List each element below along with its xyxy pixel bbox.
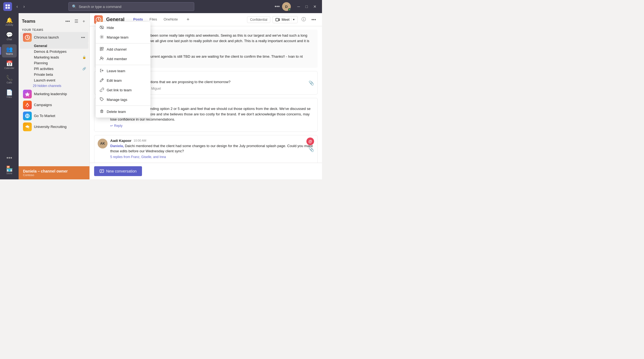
ctx-item-get-link[interactable]: Get link to team — [96, 85, 150, 95]
hidden-channels-link[interactable]: 29 hidden channels — [19, 83, 89, 89]
team-name-gotomkt: Go To Market — [34, 114, 78, 118]
svg-point-15 — [101, 36, 103, 38]
more-icon: ••• — [6, 155, 12, 160]
sidebar-item-calls[interactable]: 📞 Calls — [2, 73, 17, 86]
header-more-button[interactable]: ••• — [310, 16, 318, 23]
sidebar-store-label: Store — [6, 172, 12, 175]
teams-panel: Teams ••• ☰ + Your teams Chronus launch … — [19, 13, 90, 179]
channel-item-general[interactable]: General — [20, 43, 88, 49]
search-bar[interactable]: 🔍 Search or type a command — [68, 2, 194, 11]
more-options-button[interactable]: ••• — [275, 4, 280, 10]
ctx-manage-tags-label: Manage tags — [107, 98, 127, 102]
confidential-badge[interactable]: Confidential — [247, 16, 270, 23]
team-name-campaigns: Campaigns — [34, 103, 78, 107]
team-item-chronus[interactable]: Chronus launch ••• — [20, 32, 88, 43]
bottom-bar: Daniela – channel owner Contoso — [19, 166, 89, 179]
channel-name: Planning — [34, 61, 86, 65]
sidebar-item-more[interactable]: ••• — [2, 153, 17, 163]
tags-icon — [100, 97, 104, 102]
gear-icon — [100, 35, 104, 40]
sidebar-item-label: Activity — [5, 24, 13, 27]
teams-filter-button[interactable]: ☰ — [73, 17, 79, 25]
app-logo — [3, 2, 12, 11]
channel-item-private-beta[interactable]: Private beta — [20, 72, 88, 77]
user-avatar[interactable]: D — [282, 2, 291, 11]
channel-name: Demos & Prototypes — [34, 49, 86, 54]
context-menu: Hide Manage team Add channel Add member — [96, 22, 150, 118]
channel-item-pr[interactable]: PR activities 🔗 — [20, 66, 88, 72]
maximize-button[interactable]: □ — [303, 3, 310, 10]
team-icon-campaigns — [23, 101, 32, 109]
close-button[interactable]: ✕ — [311, 3, 319, 10]
meet-button-label: Meet — [282, 17, 289, 22]
svg-point-26 — [101, 98, 101, 99]
sidebar-item-calendar[interactable]: 📅 Calender — [2, 59, 17, 72]
ctx-item-manage-team[interactable]: Manage team — [96, 33, 150, 42]
team-item-marketing[interactable]: Marketing leadership ••• — [20, 89, 88, 100]
team-name-chronus: Chronus launch — [34, 35, 78, 40]
channel-name: Launch event — [34, 78, 86, 82]
store-icon: 🏪 — [6, 166, 13, 171]
sidebar-item-teams[interactable]: 👥 Teams — [2, 44, 17, 58]
channel-item-launch-event[interactable]: Launch event — [20, 77, 88, 83]
message-author-aadi: Aadi Kapoor — [110, 139, 131, 143]
info-button[interactable]: ⓘ — [300, 16, 308, 24]
share-icon: 🔗 — [82, 67, 86, 71]
ctx-item-delete-team[interactable]: Delete team — [96, 107, 150, 116]
window-controls: ─ □ ✕ — [295, 3, 319, 10]
search-placeholder: Search or type a command — [79, 5, 121, 9]
sidebar-item-store[interactable]: 🏪 Store — [2, 164, 17, 177]
teams-add-button[interactable]: + — [82, 18, 86, 25]
forward-button[interactable]: › — [21, 3, 27, 10]
topbar-right: ••• D ─ □ ✕ — [275, 2, 319, 11]
ctx-item-leave-team[interactable]: Leave team — [96, 66, 150, 76]
teams-more-button[interactable]: ••• — [64, 18, 71, 25]
reply-button-3[interactable]: ↩ Reply — [110, 123, 123, 128]
svg-marker-7 — [25, 92, 30, 97]
ctx-divider-2 — [96, 65, 150, 65]
ctx-item-manage-tags[interactable]: Manage tags — [96, 95, 150, 104]
team-item-univ[interactable]: University Recruiting ••• — [20, 121, 88, 132]
tab-onenote[interactable]: OneNote — [160, 15, 181, 24]
sidebar-item-chat[interactable]: 💬 Chat — [2, 30, 17, 43]
message-content-aadi: Aadi Kapoor 10:00 AM @ Daniela, Daichi m… — [110, 139, 314, 160]
meet-button[interactable]: Meet ▾ — [272, 16, 298, 23]
channel-owner-bar[interactable]: Daniela – channel owner Contoso — [19, 166, 89, 179]
attachment-icon: 📎 — [309, 80, 314, 85]
message-wrapper-4: AK Aadi Kapoor 10:00 AM @ Daniela, Daich… — [94, 135, 318, 163]
sidebar-item-activity[interactable]: 🔔 Activity — [2, 15, 17, 29]
minimize-button[interactable]: ─ — [295, 3, 302, 10]
calls-icon: 📞 — [6, 75, 13, 81]
hide-icon — [100, 25, 104, 30]
attachment-icon-2: 📎 — [309, 147, 314, 152]
back-button[interactable]: ‹ — [14, 3, 20, 10]
team-more-button-chronus[interactable]: ••• — [80, 35, 86, 40]
files-icon: 📄 — [6, 90, 13, 95]
new-conversation-button[interactable]: New conversation — [94, 166, 142, 176]
teams-panel-header: Teams ••• ☰ + — [19, 13, 89, 27]
channel-item-planning[interactable]: Planning — [20, 60, 88, 66]
sidebar-item-files[interactable]: 📄 Files — [2, 87, 17, 101]
team-icon-marketing — [23, 90, 32, 98]
channel-owner-name: Daniela – channel owner — [23, 169, 85, 173]
ctx-item-hide[interactable]: Hide — [96, 23, 150, 33]
ctx-add-channel-label: Add channel — [107, 47, 126, 51]
ctx-item-add-member[interactable]: Add member — [96, 54, 150, 64]
ctx-add-member-label: Add member — [107, 57, 127, 61]
add-tab-button[interactable]: + — [184, 17, 192, 22]
team-item-campaigns[interactable]: Campaigns ••• — [20, 100, 88, 110]
ctx-item-add-channel[interactable]: Add channel — [96, 45, 150, 54]
ctx-hide-label: Hide — [107, 26, 114, 30]
team-item-gotomkt[interactable]: Go To Market ••• — [20, 110, 88, 121]
mention-daniela: Daniela, — [110, 144, 124, 148]
channel-item-demos[interactable]: Demos & Prototypes — [20, 49, 88, 54]
your-teams-label: Your teams — [19, 27, 89, 32]
channel-item-marketing-leads[interactable]: Marketing leads 🔒 — [20, 54, 88, 60]
teams-icon: 👥 — [6, 46, 13, 52]
thread-replies-link[interactable]: 5 replies from Franz, Giselle, and Inna — [110, 155, 314, 159]
svg-rect-0 — [5, 4, 7, 6]
ctx-item-edit-team[interactable]: Edit team — [96, 76, 150, 85]
channel-owner-subtitle: Contoso — [23, 173, 85, 177]
ctx-divider-1 — [96, 43, 150, 43]
svg-rect-18 — [100, 49, 101, 51]
